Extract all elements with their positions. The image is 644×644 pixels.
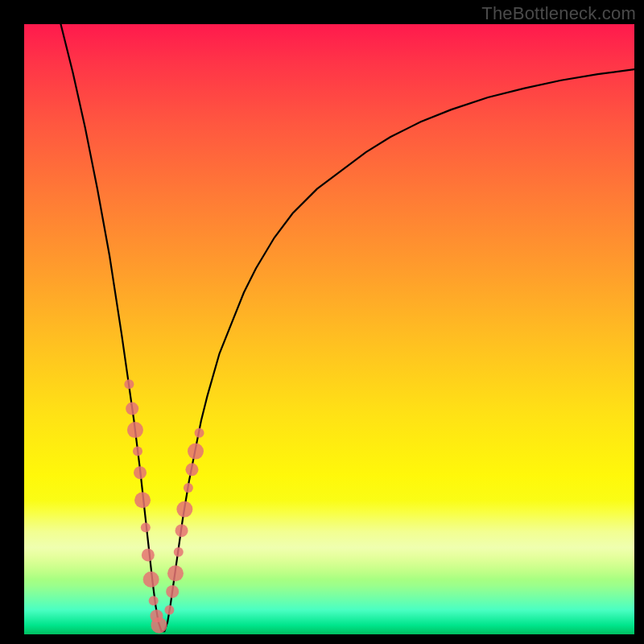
highlight-dot bbox=[134, 466, 147, 479]
highlight-dot bbox=[184, 483, 193, 493]
highlight-dot bbox=[185, 463, 198, 476]
highlight-dot bbox=[142, 548, 155, 561]
chart-frame: TheBottleneck.com bbox=[0, 0, 644, 644]
highlight-dots-left bbox=[124, 379, 167, 633]
highlight-dot bbox=[176, 502, 192, 518]
highlight-dot bbox=[174, 547, 184, 557]
highlight-dot bbox=[188, 444, 204, 460]
highlight-dot bbox=[124, 379, 134, 389]
curve-layer bbox=[24, 24, 634, 634]
watermark-text: TheBottleneck.com bbox=[481, 3, 636, 24]
highlight-dot bbox=[164, 605, 174, 615]
highlight-dots-right bbox=[164, 428, 204, 615]
highlight-dot bbox=[151, 617, 167, 634]
highlight-dot bbox=[141, 522, 151, 532]
highlight-dot bbox=[143, 572, 159, 588]
plot-area bbox=[24, 24, 634, 634]
highlight-dot bbox=[133, 447, 142, 456]
highlight-dot bbox=[167, 565, 184, 581]
highlight-dot bbox=[175, 524, 188, 537]
highlight-dot bbox=[134, 492, 151, 508]
highlight-dot bbox=[195, 428, 204, 438]
highlight-dot bbox=[166, 585, 179, 598]
bottleneck-curve bbox=[60, 24, 634, 631]
highlight-dot bbox=[127, 422, 143, 438]
highlight-dot bbox=[126, 402, 138, 415]
highlight-dot bbox=[149, 596, 159, 605]
